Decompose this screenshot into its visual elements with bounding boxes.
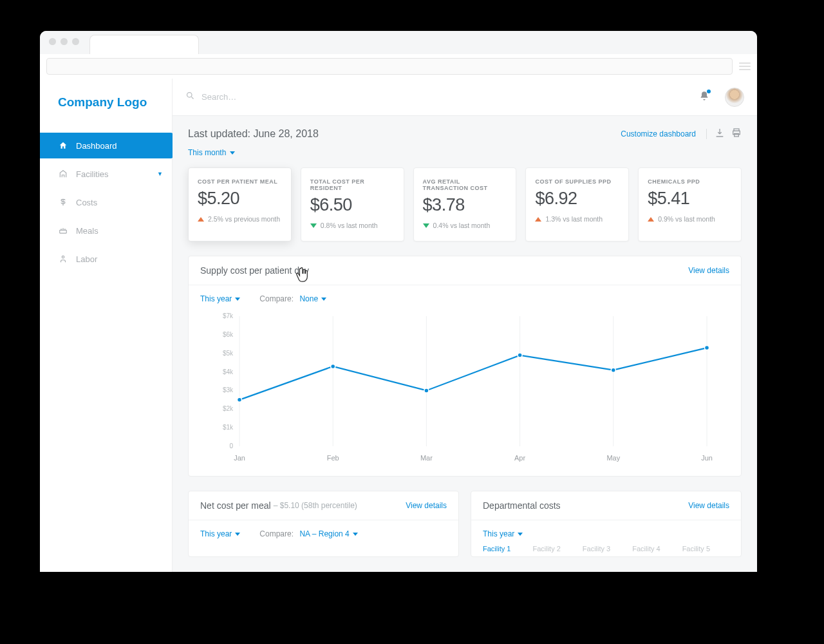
panel-title: Departmental costs [483,500,561,511]
nav: Dashboard Facilities ▼ Costs [40,126,172,274]
svg-point-31 [705,346,709,350]
facility-tab[interactable]: Facility 3 [583,545,610,553]
period-label: This month [188,148,226,157]
period-filter[interactable]: This year [200,529,240,538]
svg-text:$1k: $1k [223,424,234,431]
sidebar-item-label: Meals [76,226,98,236]
kpi-card-chemicals-ppd[interactable]: CHEMICALS PPD $5.41 0.9% vs last month [638,167,742,242]
svg-text:Jun: Jun [701,454,713,462]
app-frame: Company Logo Dashboard Facilities ▼ [40,79,757,572]
sidebar-item-label: Facilities [76,169,109,179]
sidebar-item-facilities[interactable]: Facilities ▼ [40,161,172,187]
sidebar-item-dashboard[interactable]: Dashboard [40,133,173,158]
compare-label: Compare: [259,529,294,538]
sidebar-item-label: Labor [76,254,97,264]
facility-tab[interactable]: Facility 5 [682,545,710,553]
kpi-value: $6.92 [535,189,619,209]
period-filter[interactable]: This year [483,529,523,538]
panel-filters: This year Compare: NA – Region 4 [189,520,458,547]
compare-value: NA – Region 4 [299,529,349,538]
window-close-icon[interactable] [49,38,56,45]
url-bar[interactable] [46,58,733,75]
search-input[interactable] [201,92,693,102]
kpi-delta-text: 2.5% vs previous month [208,215,280,223]
period-filter-label: This year [200,294,232,303]
avatar[interactable] [725,88,744,107]
chevron-down-icon [235,298,240,301]
panel-header: Departmental costs View details [471,491,741,520]
window-zoom-icon[interactable] [72,38,79,45]
browser-tab[interactable] [89,35,199,54]
view-details-link[interactable]: View details [688,266,729,275]
browser-chrome [40,31,757,79]
company-logo: Company Logo [40,79,172,126]
sidebar-item-labor[interactable]: Labor [40,246,172,272]
period-filter[interactable]: This year [200,294,240,303]
svg-text:$5k: $5k [223,350,234,357]
compare-label: Compare: [259,294,294,303]
facility-tab[interactable]: Facility 4 [632,545,660,553]
kpi-card-cost-of-supplies-ppd[interactable]: COST OF SUPPLIES PPD $6.92 1.3% vs last … [525,167,629,242]
kpi-label: CHEMICALS PPD [648,178,732,185]
panel-row: Net cost per meal – $5.10 (58th percenti… [188,491,742,557]
download-icon[interactable] [715,128,725,140]
kpi-delta: 0.4% vs last month [423,222,507,229]
kpi-row: COST PER PATIENT MEAL $5.20 2.5% vs prev… [188,167,742,242]
sidebar-item-costs[interactable]: Costs [40,189,172,215]
kpi-value: $5.20 [198,189,282,209]
sidebar-item-meals[interactable]: Meals [40,218,172,243]
kpi-delta: 1.3% vs last month [535,215,619,223]
triangle-up-icon [535,217,541,222]
kpi-card-avg-retail-transaction-cost[interactable]: AVG RETAIL TRANSACTION COST $3.78 0.4% v… [413,167,517,242]
kpi-delta: 2.5% vs previous month [198,215,282,223]
svg-text:$4k: $4k [223,368,234,375]
dollar-icon [58,197,68,207]
building-icon [58,169,68,179]
main: Last updated: June 28, 2018 Customize da… [173,79,757,572]
compare-filter[interactable]: NA – Region 4 [299,529,357,538]
supply-cost-panel: Supply cost per patient day View details… [188,256,742,477]
topbar [173,79,757,116]
view-details-link[interactable]: View details [406,501,447,510]
meals-icon [58,225,68,236]
kpi-label: AVG RETAIL TRANSACTION COST [423,178,507,191]
kpi-delta: 0.8% vs last month [310,222,395,229]
notifications-button[interactable] [699,91,709,104]
triangle-up-icon [648,217,654,222]
browser-menu-icon[interactable] [739,61,751,72]
content: Last updated: June 28, 2018 Customize da… [173,116,757,572]
facility-tabs: Facility 1 Facility 2 Facility 3 Facilit… [471,545,741,556]
compare-filter[interactable]: None [299,294,326,303]
svg-point-26 [238,397,242,402]
kpi-card-total-cost-per-resident[interactable]: TOTAL COST PER RESIDENT $6.50 0.8% vs la… [301,167,404,242]
line-chart: 0$1k$2k$3k$4k$5k$6k$7kJanFebMarAprMayJun [200,310,729,464]
chevron-down-icon [235,533,240,536]
view-details-link[interactable]: View details [688,501,729,510]
svg-text:May: May [606,454,620,462]
compare-value: None [299,294,318,303]
svg-point-30 [611,368,615,372]
facility-tab[interactable]: Facility 1 [483,545,510,553]
window-minimize-icon[interactable] [61,38,68,45]
kpi-delta: 0.9% vs last month [648,215,732,223]
kpi-delta-text: 1.3% vs last month [545,215,603,223]
kpi-card-cost-per-patient-meal[interactable]: COST PER PATIENT MEAL $5.20 2.5% vs prev… [188,167,292,242]
kpi-delta-text: 0.8% vs last month [321,222,378,229]
chevron-down-icon [353,533,358,536]
customize-dashboard-link[interactable]: Customize dashboard [621,129,696,138]
svg-text:Jan: Jan [234,454,245,462]
panel-subtitle: – $5.10 (58th percentile) [274,501,357,510]
print-icon[interactable] [731,128,742,140]
panel-header: Supply cost per patient day View details [189,256,741,285]
period-selector[interactable]: This month [188,148,742,157]
departmental-costs-panel: Departmental costs View details This yea… [471,491,742,557]
home-icon [58,140,68,151]
divider [706,129,707,139]
svg-point-2 [187,93,192,98]
kpi-label: TOTAL COST PER RESIDENT [310,178,395,191]
facility-tab[interactable]: Facility 2 [532,545,560,553]
panel-title: Net cost per meal [200,500,271,511]
window-controls[interactable] [49,38,79,45]
search-icon [185,91,195,103]
panel-filters: This year Compare: None [189,285,741,303]
